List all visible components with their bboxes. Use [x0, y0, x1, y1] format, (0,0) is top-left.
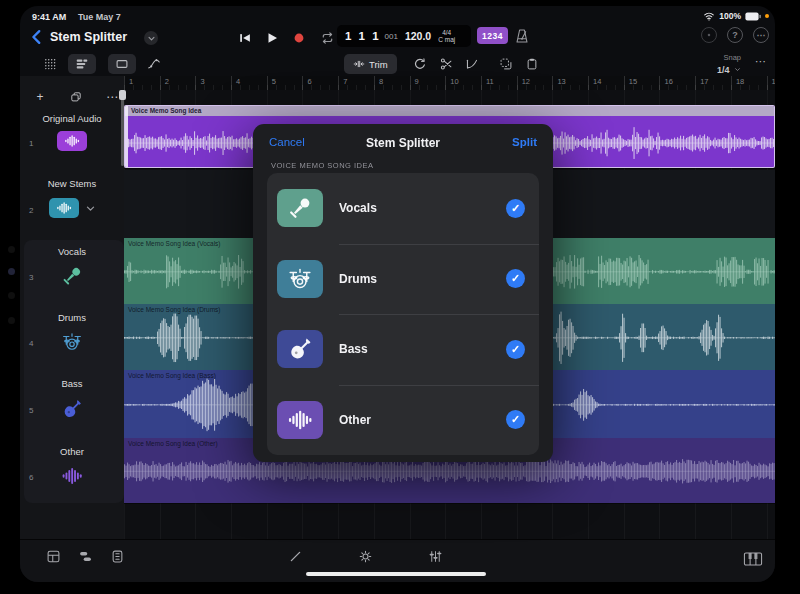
keyboard-button[interactable]: [743, 552, 763, 566]
plugins-button[interactable]: [78, 549, 93, 564]
editor-button[interactable]: [110, 549, 125, 564]
mixer-button[interactable]: [428, 549, 443, 564]
checkmark-icon[interactable]: ✓: [506, 410, 525, 429]
stem-row-bass[interactable]: Bass✓: [267, 314, 539, 385]
tempo-value: 120.0: [405, 30, 431, 42]
edit-toolbar: Trim Snap 1/4 ⋯: [20, 52, 775, 77]
stem-row-other[interactable]: Other✓: [267, 385, 539, 456]
bottom-toolbar: [20, 539, 775, 582]
fade-icon: [465, 57, 479, 71]
controls-button[interactable]: [358, 549, 373, 564]
ruler-bar-8: 8: [379, 77, 383, 86]
play-button[interactable]: [265, 31, 279, 45]
track-header-new-stems[interactable]: 2New Stems: [20, 170, 124, 238]
repeat-icon: [499, 57, 513, 71]
bezel-dot: [8, 268, 15, 275]
ruler-bar-5: 5: [272, 77, 276, 86]
track-icon-group: [20, 398, 124, 420]
track-header-other[interactable]: 6Other: [20, 438, 124, 503]
pencil-button[interactable]: [288, 549, 303, 564]
snap-label: Snap: [717, 53, 741, 63]
ruler-bar-15: 15: [629, 77, 637, 86]
track-header-vocals[interactable]: 3Vocals: [20, 238, 124, 304]
bar-ruler[interactable]: 12345678910111213141516171819: [124, 76, 775, 90]
checkmark-icon[interactable]: ✓: [506, 199, 525, 218]
snap-value: 1/4: [717, 65, 730, 75]
ruler-bar-19: 19: [772, 77, 775, 86]
separator: [339, 244, 539, 245]
trim-icon: [353, 58, 365, 70]
guitar-icon: [61, 398, 83, 420]
snap-setting[interactable]: Snap 1/4: [717, 53, 741, 75]
count-in-button[interactable]: 1234: [477, 27, 508, 44]
lcd-display[interactable]: 1 1 1 001 120.0 4/4 C maj: [337, 25, 471, 47]
clock: 9:41 AM: [32, 12, 66, 22]
separator: [339, 314, 539, 315]
wifi-icon: [703, 11, 715, 21]
marquee-tool-button[interactable]: [108, 54, 136, 74]
region-title-bar: Voice Memo Song Idea: [125, 106, 774, 116]
drums-icon: [61, 331, 83, 353]
loop-tool-button[interactable]: [408, 54, 432, 74]
grid-icon: [43, 57, 57, 71]
app-window: 9:41 AM Tue May 7 100% Stem Splitter 1 1…: [20, 6, 775, 582]
stem-row-vocals[interactable]: Vocals✓: [267, 173, 539, 244]
chevron-down-icon: [147, 34, 156, 43]
back-button[interactable]: [28, 28, 46, 46]
track-name: Drums: [20, 312, 124, 323]
stem-row-drums[interactable]: Drums✓: [267, 244, 539, 315]
track-icon-group: [20, 265, 124, 287]
split-tool-button[interactable]: [434, 54, 458, 74]
edit-more-button[interactable]: ⋯: [755, 55, 767, 68]
trim-tool-button[interactable]: Trim: [344, 54, 397, 74]
signature-key: 4/4 C maj: [438, 29, 455, 43]
stack-disclosure-icon[interactable]: [85, 203, 96, 214]
track-header-drums[interactable]: 4Drums: [20, 304, 124, 370]
waves-icon: [61, 465, 83, 487]
more-options-button[interactable]: ⋯: [753, 27, 769, 43]
bezel-dot: [8, 292, 15, 299]
transport-controls: [238, 26, 336, 50]
cycle-button[interactable]: [319, 31, 336, 45]
checkmark-icon[interactable]: ✓: [506, 269, 525, 288]
help-button[interactable]: ?: [727, 27, 743, 43]
stem-tile-other: [277, 401, 323, 439]
checkmark-icon[interactable]: ✓: [506, 340, 525, 359]
track-icon-group: [20, 198, 124, 218]
ruler-bar-9: 9: [415, 77, 419, 86]
bezel-dot: [8, 317, 15, 324]
paste-button[interactable]: [520, 54, 544, 74]
waves-icon: [64, 133, 80, 149]
track-header-original-audio[interactable]: 1Original Audio: [20, 105, 124, 168]
dialog-title: Stem Splitter: [253, 136, 553, 150]
tracks-view-button[interactable]: [68, 54, 96, 74]
fade-tool-button[interactable]: [460, 54, 484, 74]
track-header-column: + ⋯ 1Original Audio2New Stems3Vocals4Dru…: [20, 76, 124, 540]
track-header-bass[interactable]: 5Bass: [20, 370, 124, 438]
metronome-button[interactable]: [514, 28, 530, 44]
ruler-bar-1: 1: [129, 77, 133, 86]
track-region-tile: [57, 131, 87, 151]
go-to-beginning-button[interactable]: [238, 31, 252, 45]
title-menu-button[interactable]: [144, 31, 158, 45]
drums-icon: [287, 266, 313, 292]
stem-tile-drums: [277, 260, 323, 298]
track-name: Original Audio: [20, 113, 124, 124]
main-toolbar: Stem Splitter 1 1 1 001 120.0 4/4 C maj …: [20, 24, 775, 52]
ruler-bar-12: 12: [522, 77, 530, 86]
automation-button[interactable]: [142, 54, 166, 74]
split-button[interactable]: Split: [512, 136, 537, 148]
ruler-bar-4: 4: [236, 77, 240, 86]
home-indicator[interactable]: [306, 572, 486, 577]
playhead-handle[interactable]: [119, 90, 126, 100]
browser-button[interactable]: [46, 549, 61, 564]
stem-label: Vocals: [339, 201, 377, 215]
grid-view-button[interactable]: [38, 54, 62, 74]
repeat-section-button[interactable]: [494, 54, 518, 74]
tracks-view-icon: [75, 57, 89, 71]
track-name: Other: [20, 446, 124, 457]
capture-button[interactable]: [701, 27, 717, 43]
record-button[interactable]: [292, 31, 306, 45]
trim-label: Trim: [369, 59, 388, 70]
track-name: Vocals: [20, 246, 124, 257]
